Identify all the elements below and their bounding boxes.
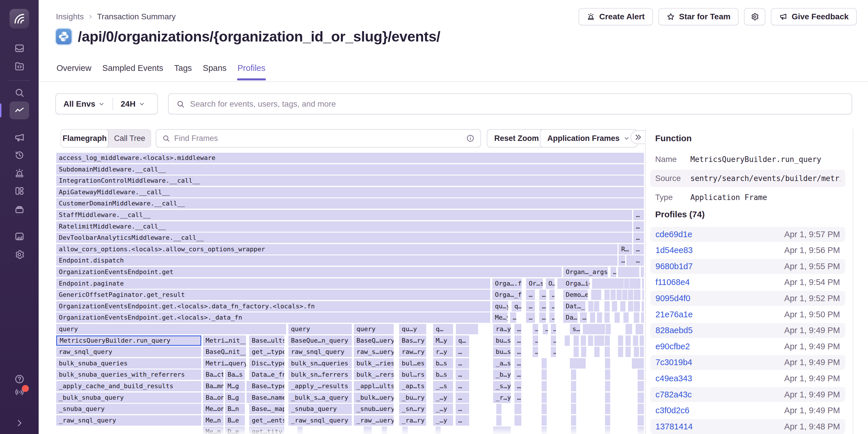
- flamegraph-frame[interactable]: …: [633, 233, 644, 243]
- flamegraph-frame[interactable]: ApiGatewayMiddleware.__call__: [56, 187, 644, 197]
- flamegraph-frame[interactable]: _…y: [433, 393, 453, 403]
- flamegraph-frame-sliver[interactable]: [605, 415, 610, 426]
- profile-id-link[interactable]: 1d54ee83: [655, 245, 693, 255]
- flamegraph-frame-sliver[interactable]: [614, 278, 619, 289]
- flamegraph-frame[interactable]: StaffMiddleware.__call__: [56, 210, 632, 220]
- profile-id-link[interactable]: e90cfbe2: [655, 342, 690, 351]
- flamegraph-frame-sliver[interactable]: [619, 278, 624, 289]
- flamegraph-frame[interactable]: …: [515, 358, 521, 369]
- flamegraph-frame-sliver[interactable]: [605, 347, 610, 357]
- flamegraph-frame[interactable]: query: [354, 324, 394, 334]
- flamegraph-frame[interactable]: …: [526, 301, 535, 311]
- profile-id-link[interactable]: 828aebd5: [655, 326, 693, 335]
- flamegraph-frame-sliver[interactable]: [636, 324, 643, 334]
- flamegraph-frame[interactable]: q…y: [512, 301, 521, 311]
- tab-profiles[interactable]: Profiles: [237, 63, 266, 80]
- flamegraph-frame-sliver[interactable]: [634, 278, 640, 289]
- sidebar-item-search[interactable]: [0, 87, 39, 98]
- call-tree-tab[interactable]: Call Tree: [109, 130, 151, 147]
- flamegraph-frame[interactable]: Endpoint.paginate: [56, 278, 490, 289]
- flamegraph-frame[interactable]: …: [633, 244, 644, 255]
- flamegraph-frame-sliver[interactable]: [541, 381, 547, 391]
- flamegraph-frame-sliver[interactable]: [541, 415, 547, 426]
- flamegraph-frame[interactable]: raw_s…uery: [354, 347, 394, 357]
- flamegraph-frame[interactable]: …: [456, 369, 469, 380]
- flamegraph-frame[interactable]: GenericOffsetPaginator.get_result: [56, 290, 490, 300]
- tab-tags[interactable]: Tags: [174, 63, 192, 80]
- flamegraph-frame-sliver[interactable]: [588, 335, 593, 346]
- sidebar-item-releases[interactable]: [0, 204, 39, 215]
- flamegraph-frame[interactable]: Endpoint.dispatch: [56, 255, 617, 266]
- flamegraph-frame[interactable]: …: [549, 301, 555, 311]
- flamegraph-frame[interactable]: …: [515, 324, 521, 334]
- flamegraph-frame[interactable]: _snuba_query: [288, 404, 352, 414]
- flamegraph-frame[interactable]: Organ…_args: [563, 267, 608, 277]
- flamegraph-frame[interactable]: M…y: [433, 335, 453, 346]
- flamegraph-frame[interactable]: CustomerDomainMiddleware.__call__: [56, 198, 644, 209]
- flamegraph-frame-sliver[interactable]: [541, 369, 547, 380]
- create-alert-button[interactable]: Create Alert: [579, 8, 653, 25]
- flamegraph-frame-sliver[interactable]: [625, 347, 631, 357]
- flamegraph-frame-sliver[interactable]: [641, 312, 644, 323]
- flamegraph-frame[interactable]: Me…n: [203, 427, 223, 434]
- profile-id-link[interactable]: c782a43c: [655, 390, 692, 399]
- flamegraph-frame[interactable]: BaseQue…n_query: [288, 335, 352, 346]
- flamegraph-frame[interactable]: …: [533, 335, 538, 346]
- flamegraph-frame-sliver[interactable]: [570, 358, 586, 369]
- flamegraph-frame[interactable]: bulk_sn…queries: [288, 358, 352, 369]
- sidebar-item-feedback[interactable]: [0, 132, 39, 143]
- flamegraph-frame[interactable]: …: [526, 290, 535, 300]
- flamegraph-frame-sliver[interactable]: [541, 358, 547, 369]
- flamegraph-frame[interactable]: _raw_…uery: [354, 415, 394, 426]
- flamegraph-frame-sliver[interactable]: [600, 324, 605, 334]
- flamegraph-frame[interactable]: bul…rs: [399, 369, 426, 380]
- flamegraph-frame-sliver[interactable]: [640, 335, 644, 346]
- flamegraph-frame[interactable]: OrganizationEventsEndpoint.get: [56, 267, 562, 277]
- flamegraph-frame[interactable]: Bas…ry: [399, 335, 426, 346]
- flamegraph-frame-sliver[interactable]: [594, 335, 599, 346]
- flamegraph-frame[interactable]: Da…d: [563, 312, 578, 323]
- flamegraph-frame[interactable]: _ra…ry: [399, 415, 426, 426]
- breadcrumb-transaction-summary[interactable]: Transaction Summary: [97, 12, 176, 21]
- flamegraph-frame-sliver[interactable]: [628, 290, 633, 300]
- flamegraph-frame[interactable]: q…: [433, 324, 453, 334]
- sidebar-item-stats[interactable]: [0, 231, 39, 242]
- flamegraph-frame[interactable]: B…n: [225, 404, 245, 414]
- flamegraph-frame[interactable]: R…: [619, 244, 632, 255]
- flamegraph-frame-sliver[interactable]: [571, 404, 576, 414]
- panel-collapse-button[interactable]: [630, 130, 645, 144]
- flamegraph-frame[interactable]: …: [539, 312, 546, 323]
- flamegraph-frame-sliver[interactable]: [382, 427, 387, 434]
- flamegraph-frame[interactable]: bu…s: [493, 335, 511, 346]
- flamegraph-frame[interactable]: Ba…on: [203, 393, 223, 403]
- flamegraph-frame-sliver[interactable]: [605, 335, 610, 346]
- flamegraph-frame[interactable]: Base…ults: [249, 335, 284, 346]
- profile-id-link[interactable]: 7c3019b4: [655, 358, 692, 367]
- flamegraph-frame[interactable]: _ap…ts: [399, 381, 426, 391]
- flamegraph-frame[interactable]: Demo…ess: [563, 290, 588, 300]
- flamegraph-frame[interactable]: OrganizationEventsEndpoint.get.<locals>.…: [56, 301, 490, 311]
- flamegraph-frame[interactable]: _…s: [433, 381, 453, 391]
- flamegraph-frame-sliver[interactable]: [541, 404, 547, 414]
- flamegraph-frame[interactable]: O…: [546, 278, 555, 289]
- flamegraph-frame-sliver[interactable]: [638, 415, 644, 426]
- flamegraph-frame[interactable]: …: [580, 312, 587, 323]
- flamegraph-frame-sliver[interactable]: [642, 290, 644, 300]
- flamegraph-frame[interactable]: allow_cors_options.<locals>.allow_cors_o…: [56, 244, 617, 255]
- flamegraph-frame[interactable]: …: [551, 335, 556, 346]
- flamegraph-frame[interactable]: raw…ry: [399, 347, 426, 357]
- flamegraph-frame-sliver[interactable]: [496, 404, 501, 414]
- flamegraph-frame[interactable]: …: [533, 324, 538, 334]
- flamegraph-frame-sliver[interactable]: [565, 335, 570, 346]
- flamegraph-frame-sliver[interactable]: [574, 347, 579, 357]
- flamegraph-frame[interactable]: Ba…ct: [203, 369, 223, 380]
- flamegraph-frame[interactable]: MetricsQueryBuilder.run_query: [56, 335, 201, 346]
- give-feedback-button[interactable]: Give Feedback: [771, 8, 857, 25]
- flamegraph-frame[interactable]: _a…s: [493, 358, 511, 369]
- find-frames-input[interactable]: [174, 134, 462, 143]
- flamegraph-frame[interactable]: bulk_…ries: [354, 358, 394, 369]
- flamegraph-frame[interactable]: query: [56, 324, 286, 334]
- flamegraph-frame-sliver[interactable]: [604, 312, 610, 323]
- flamegraph-frame[interactable]: Ba…s: [225, 369, 245, 380]
- profile-id-link[interactable]: 21e76a1e: [655, 310, 693, 319]
